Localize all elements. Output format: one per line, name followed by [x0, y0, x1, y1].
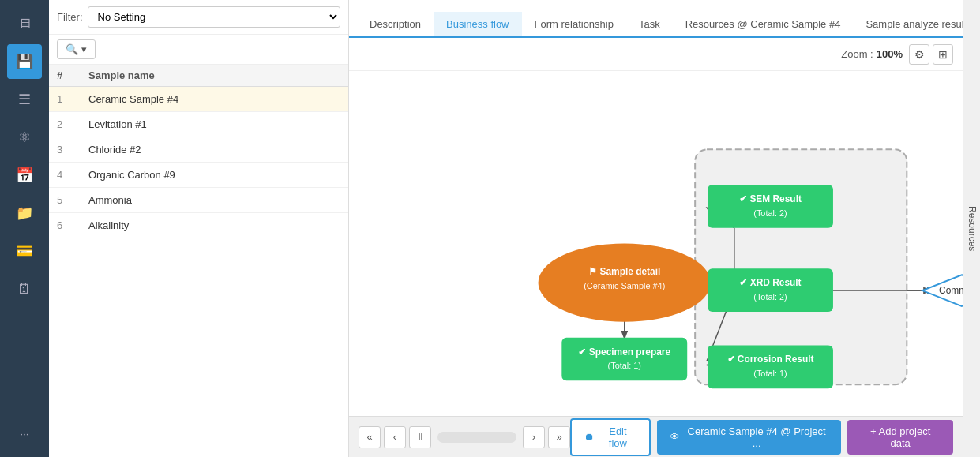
molecule-icon[interactable]: ⚛ [7, 120, 42, 155]
prev-button[interactable]: ‹ [384, 426, 406, 448]
resources-panel[interactable]: Resources [963, 0, 980, 457]
table-row[interactable]: 5Ammonia [49, 188, 348, 213]
folder-icon[interactable]: 📁 [7, 196, 42, 230]
table-row[interactable]: 3Chloride #2 [49, 137, 348, 163]
sample-label: Ceramic Sample #4 @ Project ... [685, 425, 829, 449]
table-header: # Sample name [49, 65, 348, 87]
search-button[interactable]: 🔍 ▾ [57, 39, 96, 59]
svg-rect-20 [708, 346, 833, 389]
row-num: 5 [57, 194, 88, 206]
svg-rect-17 [708, 268, 833, 312]
edit-flow-icon: ⏺ [584, 431, 595, 443]
save-icon[interactable]: 💾 [7, 44, 42, 79]
fullscreen-icon[interactable]: ⊞ [933, 44, 953, 65]
calendar-icon[interactable]: 📅 [7, 158, 42, 193]
table-body: 1Ceramic Sample #42Levitation #13Chlorid… [49, 87, 348, 238]
left-panel: Filter: No Setting 🔍 ▾ # Sample name 1Ce… [49, 0, 349, 457]
nav-scrollbar[interactable] [437, 432, 516, 443]
svg-text:(Total: 2): (Total: 2) [753, 208, 787, 218]
resources-label: Resources [967, 206, 978, 251]
more-icon[interactable]: ··· [7, 416, 42, 451]
row-name: Levitation #1 [88, 118, 340, 130]
calendar2-icon[interactable]: 🗓 [7, 272, 42, 306]
svg-text:(Ceramic Sample #4): (Ceramic Sample #4) [584, 281, 665, 290]
zoom-value: 100% [877, 48, 903, 60]
svg-text:(Total: 1): (Total: 1) [608, 361, 641, 370]
table-row[interactable]: 4Organic Carbon #9 [49, 163, 348, 188]
tab-sample-analyze[interactable]: Sample analyze result [853, 12, 963, 38]
svg-text:✔ Corrosion Result: ✔ Corrosion Result [727, 354, 814, 365]
table-row[interactable]: 2Levitation #1 [49, 112, 348, 137]
row-num: 3 [57, 144, 88, 155]
main-panel: Description Business flow Form relations… [349, 0, 963, 457]
bottom-bar: « ‹ ⏸ › » ⏺ Edit flow 👁 Ceramic Sample #… [349, 416, 963, 457]
tabs: Description Business flow Form relations… [349, 0, 963, 38]
eye-icon: 👁 [670, 431, 680, 443]
svg-text:(Total: 2): (Total: 2) [753, 292, 787, 302]
table-row[interactable]: 6Alkalinity [49, 213, 348, 238]
flow-diagram: ⚑ Sample detail (Ceramic Sample #4) ✔ Sp… [349, 71, 963, 416]
filter-label: Filter: [57, 11, 83, 23]
tab-task[interactable]: Task [626, 12, 673, 38]
table-row[interactable]: 1Ceramic Sample #4 [49, 87, 348, 112]
add-project-label: + Add project data [860, 425, 941, 449]
add-project-button[interactable]: + Add project data [847, 420, 953, 455]
filter-bar: Filter: No Setting [49, 0, 348, 35]
svg-text:Comments: Comments [939, 285, 963, 296]
settings-icon[interactable]: ⚙ [909, 44, 929, 65]
row-num: 4 [57, 169, 88, 181]
bottom-nav: « ‹ ⏸ › » [359, 426, 570, 448]
svg-rect-11 [561, 338, 687, 381]
toolbar: Zoom : 100% ⚙ ⊞ [349, 38, 963, 71]
card-icon[interactable]: 💳 [7, 234, 42, 268]
row-num: 2 [57, 118, 88, 130]
first-button[interactable]: « [359, 426, 381, 448]
col-num: # [57, 69, 88, 81]
last-button[interactable]: » [548, 426, 570, 448]
edit-flow-button[interactable]: ⏺ Edit flow [570, 418, 651, 456]
list-icon[interactable]: ☰ [7, 82, 42, 117]
row-num: 1 [57, 93, 88, 105]
pause-button[interactable]: ⏸ [409, 426, 431, 448]
svg-text:✔ Specimen prepare: ✔ Specimen prepare [578, 346, 670, 358]
row-name: Organic Carbon #9 [88, 169, 340, 181]
row-name: Ammonia [88, 194, 340, 206]
tab-business-flow[interactable]: Business flow [434, 12, 521, 38]
row-num: 6 [57, 219, 88, 231]
flow-canvas: ⚑ Sample detail (Ceramic Sample #4) ✔ Sp… [349, 71, 963, 416]
col-name: Sample name [88, 69, 340, 81]
row-name: Ceramic Sample #4 [88, 93, 340, 105]
filter-select[interactable]: No Setting [88, 6, 341, 28]
next-button[interactable]: › [523, 426, 545, 448]
zoom-label: Zoom : [841, 48, 873, 60]
tab-form-relationship[interactable]: Form relationship [522, 12, 626, 38]
svg-text:(Total: 1): (Total: 1) [753, 369, 787, 378]
search-icon: 🔍 [66, 43, 78, 55]
sidebar: 🖥 💾 ☰ ⚛ 📅 📁 💳 🗓 ··· [0, 0, 49, 457]
svg-rect-14 [708, 185, 833, 228]
dropdown-icon: ▾ [81, 43, 87, 55]
svg-text:⚑ Sample detail: ⚑ Sample detail [588, 266, 660, 277]
search-bar: 🔍 ▾ [49, 35, 348, 65]
row-name: Alkalinity [88, 219, 340, 231]
svg-text:✔ XRD Result: ✔ XRD Result [739, 277, 801, 288]
sample-button[interactable]: 👁 Ceramic Sample #4 @ Project ... [657, 420, 842, 455]
tab-description[interactable]: Description [357, 12, 434, 38]
tab-resources[interactable]: Resources @ Ceramic Sample #4 [673, 12, 854, 38]
edit-flow-label: Edit flow [599, 425, 636, 449]
bottom-actions: ⏺ Edit flow 👁 Ceramic Sample #4 @ Projec… [570, 418, 953, 456]
row-name: Chloride #2 [88, 144, 340, 155]
monitor-icon[interactable]: 🖥 [7, 6, 42, 41]
svg-text:✔ SEM Result: ✔ SEM Result [739, 193, 802, 204]
sample-table: # Sample name 1Ceramic Sample #42Levitat… [49, 65, 348, 457]
